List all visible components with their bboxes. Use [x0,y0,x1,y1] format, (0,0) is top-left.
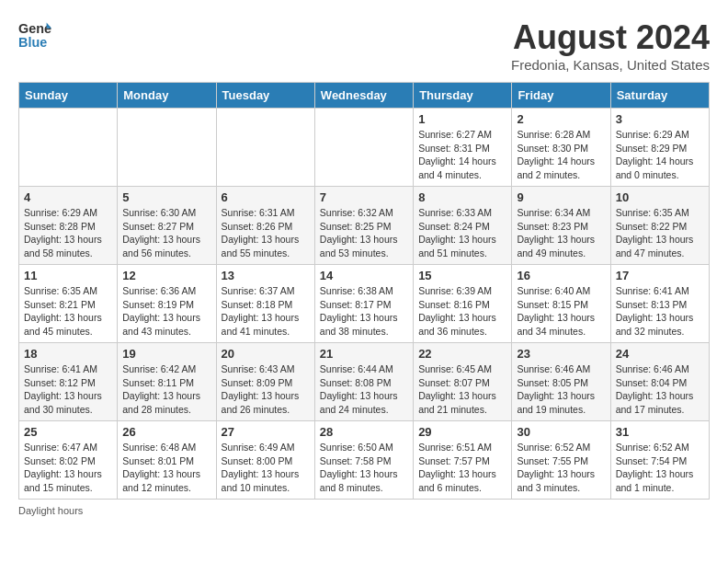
day-number: 7 [320,190,408,204]
calendar-cell: 31Sunrise: 6:52 AMSunset: 7:54 PMDayligh… [610,421,709,500]
header-cell-wednesday: Wednesday [314,83,413,109]
day-info: Sunrise: 6:30 AMSunset: 8:27 PMDaylight:… [122,206,210,260]
calendar-cell: 26Sunrise: 6:48 AMSunset: 8:01 PMDayligh… [118,421,216,500]
day-number: 6 [222,190,310,204]
header-cell-friday: Friday [512,83,610,109]
day-info: Sunrise: 6:41 AMSunset: 8:12 PMDaylight:… [24,362,112,417]
day-number: 18 [24,347,112,361]
calendar-cell [216,109,314,187]
day-info: Sunrise: 6:52 AMSunset: 7:54 PMDaylight:… [616,441,704,495]
title-area: August 2024 Fredonia, Kansas, United Sta… [511,18,710,73]
day-info: Sunrise: 6:27 AMSunset: 8:31 PMDaylight:… [418,128,506,182]
day-info: Sunrise: 6:46 AMSunset: 8:05 PMDaylight:… [517,362,605,417]
header-cell-tuesday: Tuesday [216,83,314,109]
day-number: 10 [616,190,704,204]
day-number: 16 [517,269,605,282]
day-number: 2 [517,112,605,126]
day-number: 28 [320,425,408,439]
week-row-5: 25Sunrise: 6:47 AMSunset: 8:02 PMDayligh… [19,421,710,500]
day-info: Sunrise: 6:46 AMSunset: 8:04 PMDaylight:… [616,362,704,417]
day-number: 14 [320,269,408,282]
day-number: 21 [320,347,408,361]
day-info: Sunrise: 6:51 AMSunset: 7:57 PMDaylight:… [418,441,506,495]
day-number: 12 [122,269,210,282]
day-info: Sunrise: 6:50 AMSunset: 7:58 PMDaylight:… [320,441,408,495]
day-info: Sunrise: 6:29 AMSunset: 8:29 PMDaylight:… [616,128,704,182]
day-number: 31 [616,425,704,439]
calendar-cell [19,109,118,187]
day-info: Sunrise: 6:38 AMSunset: 8:17 PMDaylight:… [320,284,408,339]
day-number: 13 [222,269,310,282]
day-number: 30 [517,425,605,439]
day-number: 22 [418,347,506,361]
calendar-cell: 2Sunrise: 6:28 AMSunset: 8:30 PMDaylight… [512,109,610,187]
day-info: Sunrise: 6:36 AMSunset: 8:19 PMDaylight:… [122,284,210,339]
header: General Blue August 2024 Fredonia, Kansa… [18,18,710,73]
day-number: 27 [222,425,310,439]
day-info: Sunrise: 6:45 AMSunset: 8:07 PMDaylight:… [418,362,506,417]
calendar-table: SundayMondayTuesdayWednesdayThursdayFrid… [18,82,710,500]
logo: General Blue [18,18,51,52]
calendar-cell: 27Sunrise: 6:49 AMSunset: 8:00 PMDayligh… [216,421,314,500]
logo-icon: General Blue [18,18,51,52]
day-number: 3 [616,112,704,126]
day-info: Sunrise: 6:33 AMSunset: 8:24 PMDaylight:… [418,206,506,260]
calendar-cell: 3Sunrise: 6:29 AMSunset: 8:29 PMDaylight… [610,109,709,187]
header-cell-saturday: Saturday [610,83,709,109]
calendar-cell: 1Sunrise: 6:27 AMSunset: 8:31 PMDaylight… [414,109,512,187]
calendar-cell: 11Sunrise: 6:35 AMSunset: 8:21 PMDayligh… [19,265,118,343]
day-info: Sunrise: 6:35 AMSunset: 8:22 PMDaylight:… [616,206,704,260]
day-info: Sunrise: 6:49 AMSunset: 8:00 PMDaylight:… [222,441,310,495]
day-number: 20 [222,347,310,361]
calendar-cell: 28Sunrise: 6:50 AMSunset: 7:58 PMDayligh… [314,421,413,500]
day-number: 25 [24,425,112,439]
day-number: 26 [122,425,210,439]
calendar-cell: 4Sunrise: 6:29 AMSunset: 8:28 PMDaylight… [19,187,118,265]
day-info: Sunrise: 6:47 AMSunset: 8:02 PMDaylight:… [24,441,112,495]
day-info: Sunrise: 6:31 AMSunset: 8:26 PMDaylight:… [222,206,310,260]
day-info: Sunrise: 6:32 AMSunset: 8:25 PMDaylight:… [320,206,408,260]
day-info: Sunrise: 6:52 AMSunset: 7:55 PMDaylight:… [517,441,605,495]
calendar-cell: 5Sunrise: 6:30 AMSunset: 8:27 PMDaylight… [118,187,216,265]
day-number: 24 [616,347,704,361]
month-title: August 2024 [511,18,710,57]
day-info: Sunrise: 6:37 AMSunset: 8:18 PMDaylight:… [222,284,310,339]
calendar-cell [118,109,216,187]
calendar-cell: 14Sunrise: 6:38 AMSunset: 8:17 PMDayligh… [314,265,413,343]
day-info: Sunrise: 6:43 AMSunset: 8:09 PMDaylight:… [222,362,310,417]
calendar-cell [314,109,413,187]
header-cell-sunday: Sunday [19,83,118,109]
week-row-4: 18Sunrise: 6:41 AMSunset: 8:12 PMDayligh… [19,343,710,421]
calendar-cell: 29Sunrise: 6:51 AMSunset: 7:57 PMDayligh… [414,421,512,500]
calendar-cell: 18Sunrise: 6:41 AMSunset: 8:12 PMDayligh… [19,343,118,421]
day-number: 9 [517,190,605,204]
week-row-3: 11Sunrise: 6:35 AMSunset: 8:21 PMDayligh… [19,265,710,343]
svg-text:Blue: Blue [18,35,47,50]
day-number: 29 [418,425,506,439]
day-number: 17 [616,269,704,282]
calendar-cell: 20Sunrise: 6:43 AMSunset: 8:09 PMDayligh… [216,343,314,421]
calendar-cell: 21Sunrise: 6:44 AMSunset: 8:08 PMDayligh… [314,343,413,421]
day-info: Sunrise: 6:39 AMSunset: 8:16 PMDaylight:… [418,284,506,339]
calendar-cell: 30Sunrise: 6:52 AMSunset: 7:55 PMDayligh… [512,421,610,500]
week-row-2: 4Sunrise: 6:29 AMSunset: 8:28 PMDaylight… [19,187,710,265]
calendar-cell: 17Sunrise: 6:41 AMSunset: 8:13 PMDayligh… [610,265,709,343]
calendar-cell: 25Sunrise: 6:47 AMSunset: 8:02 PMDayligh… [19,421,118,500]
day-info: Sunrise: 6:40 AMSunset: 8:15 PMDaylight:… [517,284,605,339]
calendar-cell: 7Sunrise: 6:32 AMSunset: 8:25 PMDaylight… [314,187,413,265]
calendar-cell: 6Sunrise: 6:31 AMSunset: 8:26 PMDaylight… [216,187,314,265]
day-number: 5 [122,190,210,204]
day-number: 4 [24,190,112,204]
day-info: Sunrise: 6:42 AMSunset: 8:11 PMDaylight:… [122,362,210,417]
calendar-cell: 9Sunrise: 6:34 AMSunset: 8:23 PMDaylight… [512,187,610,265]
calendar-cell: 22Sunrise: 6:45 AMSunset: 8:07 PMDayligh… [414,343,512,421]
day-info: Sunrise: 6:35 AMSunset: 8:21 PMDaylight:… [24,284,112,339]
day-info: Sunrise: 6:48 AMSunset: 8:01 PMDaylight:… [122,441,210,495]
header-cell-thursday: Thursday [414,83,512,109]
day-info: Sunrise: 6:44 AMSunset: 8:08 PMDaylight:… [320,362,408,417]
header-cell-monday: Monday [118,83,216,109]
day-info: Sunrise: 6:34 AMSunset: 8:23 PMDaylight:… [517,206,605,260]
calendar-cell: 23Sunrise: 6:46 AMSunset: 8:05 PMDayligh… [512,343,610,421]
header-row: SundayMondayTuesdayWednesdayThursdayFrid… [19,83,710,109]
location-title: Fredonia, Kansas, United States [511,57,710,73]
